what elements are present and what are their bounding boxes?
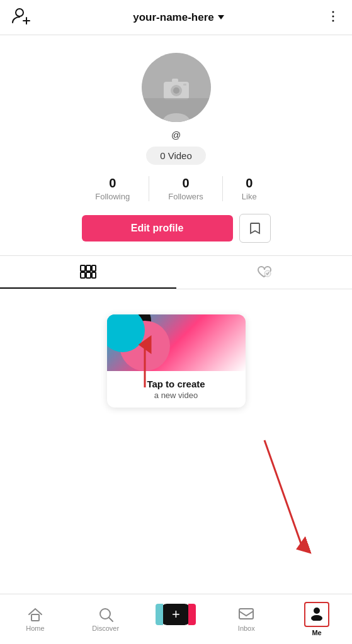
likes-count: 0	[246, 176, 253, 191]
more-options-button[interactable]	[326, 9, 341, 26]
edit-profile-button[interactable]: Edit profile	[82, 215, 233, 242]
likes-label: Like	[242, 192, 257, 201]
svg-point-28	[311, 615, 322, 621]
nav-add[interactable]: +	[141, 604, 212, 635]
svg-line-22	[264, 440, 302, 547]
likes-stat[interactable]: 0 Like	[223, 176, 276, 201]
svg-rect-15	[81, 272, 85, 278]
svg-point-27	[314, 608, 320, 614]
video-count-badge: 0 Video	[146, 147, 206, 165]
svg-point-11	[162, 113, 190, 122]
content-area: Tap to create a new video	[0, 289, 352, 433]
following-count: 0	[109, 176, 116, 191]
followers-count: 0	[182, 176, 189, 191]
tab-liked[interactable]	[176, 256, 353, 289]
svg-rect-10	[183, 84, 186, 86]
create-card-image	[107, 314, 246, 371]
username-text: your-name-here	[133, 11, 213, 24]
me-box	[304, 602, 329, 627]
svg-rect-17	[92, 272, 96, 278]
svg-rect-9	[172, 79, 178, 82]
nav-me[interactable]: Me	[281, 602, 352, 636]
stats-row: 0 Following 0 Followers 0 Like	[13, 176, 339, 201]
svg-rect-12	[81, 265, 85, 271]
svg-rect-26	[239, 609, 253, 619]
content-tabs	[0, 255, 352, 289]
svg-rect-13	[86, 265, 91, 271]
create-video-card[interactable]: Tap to create a new video	[107, 314, 246, 408]
create-card-title: Tap to create	[115, 379, 238, 389]
avatar	[142, 53, 211, 122]
followers-stat[interactable]: 0 Followers	[149, 176, 223, 201]
plus-icon: +	[172, 608, 180, 621]
create-card-subtitle: a new video	[115, 391, 238, 400]
username-dropdown[interactable]: your-name-here	[133, 11, 224, 24]
tab-videos[interactable]	[0, 256, 176, 289]
action-buttons-row: Edit profile	[13, 214, 339, 243]
followers-label: Followers	[168, 192, 203, 201]
nav-home-label: Home	[26, 625, 44, 632]
nav-discover-label: Discover	[92, 625, 119, 632]
svg-point-3	[332, 11, 334, 13]
at-symbol: @	[171, 130, 181, 140]
profile-section: @ 0 Video 0 Following 0 Followers 0 Like…	[0, 35, 352, 255]
bottom-nav: Home Discover + Inbox Me	[0, 594, 352, 644]
following-stat[interactable]: 0 Following	[76, 176, 149, 201]
svg-rect-23	[31, 614, 39, 621]
svg-line-25	[109, 618, 113, 621]
nav-inbox[interactable]: Inbox	[211, 606, 281, 632]
header: your-name-here	[0, 0, 352, 35]
svg-point-0	[16, 9, 23, 16]
following-label: Following	[95, 192, 130, 201]
svg-point-8	[173, 87, 179, 94]
nav-me-label: Me	[312, 629, 321, 636]
nav-home[interactable]: Home	[0, 606, 71, 632]
nav-add-label	[175, 627, 177, 635]
svg-point-5	[332, 19, 334, 21]
nav-inbox-label: Inbox	[238, 625, 255, 632]
chevron-down-icon	[218, 15, 224, 19]
nav-discover[interactable]: Discover	[71, 606, 141, 632]
add-user-button[interactable]	[11, 6, 31, 29]
bookmark-button[interactable]	[239, 214, 271, 243]
svg-rect-16	[86, 272, 91, 278]
add-button[interactable]: +	[161, 604, 191, 625]
svg-rect-14	[92, 265, 96, 271]
svg-point-4	[332, 15, 334, 17]
